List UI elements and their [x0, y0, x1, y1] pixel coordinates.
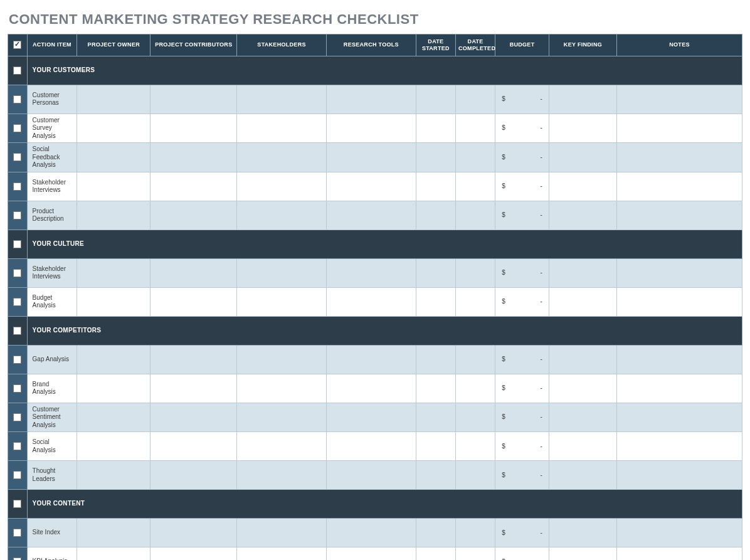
notes-cell[interactable] — [617, 143, 742, 172]
stakeholders-cell[interactable] — [237, 85, 327, 114]
date-completed-cell[interactable] — [455, 519, 495, 547]
research-tools-cell[interactable] — [326, 143, 416, 172]
budget-cell[interactable]: $- — [495, 374, 549, 403]
budget-cell[interactable]: $- — [495, 345, 549, 374]
project-owner-cell[interactable] — [77, 461, 151, 490]
date-started-cell[interactable] — [416, 461, 455, 490]
row-checkbox[interactable] — [13, 557, 21, 560]
date-started-cell[interactable] — [416, 172, 455, 201]
date-completed-cell[interactable] — [455, 287, 495, 316]
project-contributors-cell[interactable] — [151, 287, 237, 316]
project-owner-cell[interactable] — [77, 432, 151, 461]
budget-cell[interactable]: $- — [495, 461, 549, 490]
date-completed-cell[interactable] — [455, 258, 495, 287]
date-completed-cell[interactable] — [455, 201, 495, 230]
stakeholders-cell[interactable] — [237, 143, 327, 172]
row-checkbox[interactable] — [13, 442, 21, 450]
notes-cell[interactable] — [617, 258, 742, 287]
research-tools-cell[interactable] — [326, 547, 416, 560]
project-contributors-cell[interactable] — [151, 374, 237, 403]
project-owner-cell[interactable] — [77, 403, 151, 432]
row-checkbox[interactable] — [13, 269, 21, 277]
date-completed-cell[interactable] — [455, 374, 495, 403]
key-finding-cell[interactable] — [549, 287, 616, 316]
key-finding-cell[interactable] — [549, 114, 616, 143]
project-contributors-cell[interactable] — [151, 201, 237, 230]
project-owner-cell[interactable] — [77, 143, 151, 172]
key-finding-cell[interactable] — [549, 374, 616, 403]
date-started-cell[interactable] — [416, 85, 455, 114]
project-contributors-cell[interactable] — [151, 143, 237, 172]
budget-cell[interactable]: $- — [495, 172, 549, 201]
project-owner-cell[interactable] — [77, 172, 151, 201]
key-finding-cell[interactable] — [549, 461, 616, 490]
research-tools-cell[interactable] — [326, 461, 416, 490]
budget-cell[interactable]: $- — [495, 114, 549, 143]
row-checkbox[interactable] — [13, 95, 21, 103]
key-finding-cell[interactable] — [549, 85, 616, 114]
stakeholders-cell[interactable] — [237, 258, 327, 287]
research-tools-cell[interactable] — [326, 519, 416, 547]
stakeholders-cell[interactable] — [237, 374, 327, 403]
stakeholders-cell[interactable] — [237, 172, 327, 201]
stakeholders-cell[interactable] — [237, 461, 327, 490]
project-owner-cell[interactable] — [77, 547, 151, 560]
notes-cell[interactable] — [617, 519, 742, 547]
stakeholders-cell[interactable] — [237, 201, 327, 230]
date-started-cell[interactable] — [416, 547, 455, 560]
project-contributors-cell[interactable] — [151, 547, 237, 560]
project-owner-cell[interactable] — [77, 519, 151, 547]
notes-cell[interactable] — [617, 345, 742, 374]
date-started-cell[interactable] — [416, 258, 455, 287]
stakeholders-cell[interactable] — [237, 403, 327, 432]
stakeholders-cell[interactable] — [237, 114, 327, 143]
date-started-cell[interactable] — [416, 143, 455, 172]
budget-cell[interactable]: $- — [495, 519, 549, 547]
project-owner-cell[interactable] — [77, 201, 151, 230]
project-contributors-cell[interactable] — [151, 461, 237, 490]
row-checkbox[interactable] — [13, 471, 21, 479]
stakeholders-cell[interactable] — [237, 345, 327, 374]
date-completed-cell[interactable] — [455, 85, 495, 114]
project-contributors-cell[interactable] — [151, 258, 237, 287]
section-checkbox[interactable] — [13, 500, 21, 508]
notes-cell[interactable] — [617, 85, 742, 114]
key-finding-cell[interactable] — [549, 172, 616, 201]
budget-cell[interactable]: $- — [495, 403, 549, 432]
row-checkbox[interactable] — [13, 182, 21, 191]
date-completed-cell[interactable] — [455, 432, 495, 461]
section-checkbox[interactable] — [13, 66, 21, 75]
date-completed-cell[interactable] — [455, 172, 495, 201]
project-owner-cell[interactable] — [77, 287, 151, 316]
key-finding-cell[interactable] — [549, 345, 616, 374]
project-owner-cell[interactable] — [77, 345, 151, 374]
project-contributors-cell[interactable] — [151, 345, 237, 374]
research-tools-cell[interactable] — [326, 201, 416, 230]
project-owner-cell[interactable] — [77, 258, 151, 287]
row-checkbox[interactable] — [13, 298, 21, 306]
project-contributors-cell[interactable] — [151, 172, 237, 201]
research-tools-cell[interactable] — [326, 85, 416, 114]
notes-cell[interactable] — [617, 374, 742, 403]
key-finding-cell[interactable] — [549, 432, 616, 461]
date-started-cell[interactable] — [416, 345, 455, 374]
date-started-cell[interactable] — [416, 403, 455, 432]
row-checkbox[interactable] — [13, 211, 21, 219]
stakeholders-cell[interactable] — [237, 519, 327, 547]
section-checkbox[interactable] — [13, 327, 21, 335]
row-checkbox[interactable] — [13, 153, 21, 161]
stakeholders-cell[interactable] — [237, 547, 327, 560]
date-completed-cell[interactable] — [455, 114, 495, 143]
research-tools-cell[interactable] — [326, 403, 416, 432]
notes-cell[interactable] — [617, 432, 742, 461]
notes-cell[interactable] — [617, 114, 742, 143]
project-owner-cell[interactable] — [77, 114, 151, 143]
row-checkbox[interactable] — [13, 384, 21, 393]
date-started-cell[interactable] — [416, 374, 455, 403]
project-contributors-cell[interactable] — [151, 85, 237, 114]
notes-cell[interactable] — [617, 172, 742, 201]
notes-cell[interactable] — [617, 547, 742, 560]
row-checkbox[interactable] — [13, 413, 21, 421]
stakeholders-cell[interactable] — [237, 432, 327, 461]
date-started-cell[interactable] — [416, 519, 455, 547]
